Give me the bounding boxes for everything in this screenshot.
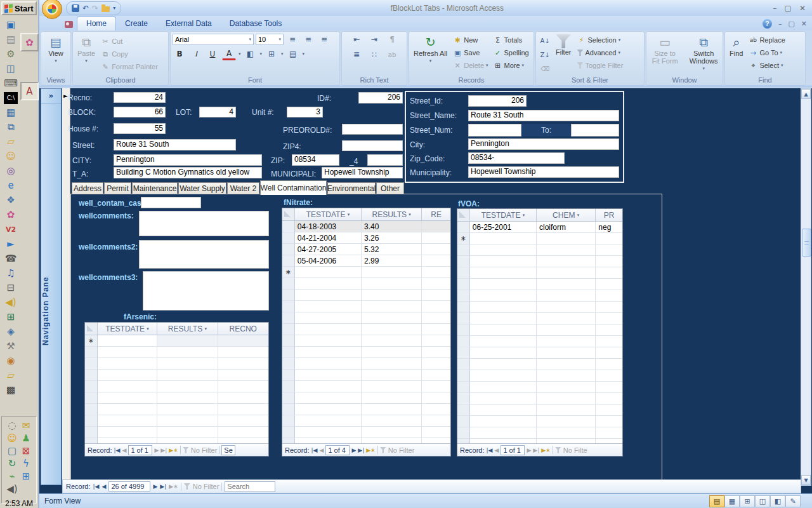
calculator-icon[interactable]: ▩ <box>4 384 18 396</box>
select-all-corner[interactable] <box>457 209 470 221</box>
minimize-button[interactable]: – <box>773 4 777 13</box>
speaker-icon[interactable]: ◀) <box>4 297 18 309</box>
phone-activity-tray-icon[interactable]: ϟ <box>19 458 33 470</box>
wellcomments-field[interactable] <box>139 211 269 236</box>
voa-col-chem[interactable]: CHEM ▾ <box>537 209 596 221</box>
toggle-filter-button[interactable]: Toggle Filter <box>575 60 625 71</box>
replace-button[interactable]: ab Replace <box>747 34 787 46</box>
recno-field[interactable]: 24 <box>114 92 166 103</box>
house-field[interactable]: 55 <box>114 123 166 134</box>
results-cell[interactable]: 5.32 <box>362 244 422 255</box>
save-record-button[interactable]: ▣ Save <box>451 47 490 58</box>
no-filter-label[interactable]: No Filte <box>563 446 587 454</box>
start-button[interactable]: Start <box>1 1 37 15</box>
new-record-button[interactable]: ✱ New <box>451 34 490 46</box>
align-center-button[interactable]: ≡ <box>301 33 315 46</box>
child-close-button[interactable]: ✕ <box>801 20 807 28</box>
command-prompt-icon[interactable]: C:\ <box>4 92 18 104</box>
city-field[interactable]: Pennington <box>114 154 262 166</box>
preorold-field[interactable] <box>342 124 403 135</box>
previous-record-button[interactable]: ◀ <box>122 447 127 453</box>
media-reel-icon[interactable]: ◎ <box>4 165 18 177</box>
arsenic-col-testdate[interactable]: TESTDATE ▾ <box>98 323 157 335</box>
numbered-list-button[interactable]: ≣ <box>350 48 363 61</box>
vertical-scrollbar[interactable]: ▲ ▼ <box>801 88 811 486</box>
block-field[interactable]: 66 <box>114 107 166 117</box>
form-tab-well-contamination[interactable]: Well Contamination <box>260 180 327 195</box>
format-painter-button[interactable]: ✎ Format Painter <box>99 61 160 72</box>
switch-windows-button[interactable]: ⧉ Switch Windows ▾ <box>686 33 721 74</box>
table-row[interactable]: 04-21-2004 3.26 <box>282 232 450 244</box>
arsenic-col-recno[interactable]: RECNO <box>218 323 268 335</box>
nitrate-col-testdate[interactable]: TESTDATE ▾ <box>295 208 362 220</box>
messenger-tray-icon[interactable]: ☺ <box>5 432 19 444</box>
no-filter-label[interactable]: No Filter <box>388 446 415 454</box>
results-cell[interactable]: 3.40 <box>362 221 422 232</box>
navigation-pane-label[interactable]: Navigation Pane <box>41 241 61 381</box>
table-row[interactable]: 04-18-2003 3.40 <box>282 221 450 232</box>
find-button[interactable]: ⌕ Find <box>727 33 745 58</box>
open-folder-icon[interactable] <box>102 6 110 12</box>
nitrate-col-results[interactable]: RESULTS ▾ <box>362 208 422 220</box>
next-record-button[interactable]: ▶ <box>527 447 531 453</box>
bullet-list-button[interactable]: ∷ <box>367 48 381 61</box>
select-button[interactable]: ⌖ Select ▾ <box>747 60 787 71</box>
first-record-button[interactable]: |◀ <box>114 447 121 453</box>
form-view-button[interactable]: ▤ <box>709 495 724 507</box>
workstation-icon[interactable]: ▦ <box>4 107 18 119</box>
form-window-icon[interactable] <box>65 21 73 28</box>
results-cell[interactable]: 3.26 <box>362 232 422 244</box>
previous-record-button[interactable]: ◀ <box>495 447 499 453</box>
present-cell[interactable]: neg <box>596 222 622 233</box>
next-record-button[interactable]: ▶ <box>154 447 159 453</box>
form-tab-water-supply[interactable]: Water Supply <box>178 182 226 194</box>
zip-code-field[interactable]: 08534- <box>468 152 565 164</box>
network-tray-icon[interactable]: ⊞ <box>19 471 33 483</box>
record-position[interactable]: 26 of 4999 <box>108 481 150 491</box>
column-dropdown-icon[interactable]: ▾ <box>348 212 350 217</box>
sort-descending-button[interactable]: Z↓ <box>538 48 552 61</box>
save-icon[interactable] <box>72 4 79 12</box>
view-button[interactable]: ▤ View ▾ <box>46 33 66 66</box>
copy-button[interactable]: ⧉ Copy <box>99 48 160 60</box>
folder-icon[interactable]: ▱ <box>4 136 18 148</box>
paint-app-icon[interactable]: ✿ <box>4 209 18 221</box>
datasheet-view-button[interactable]: ▦ <box>724 495 740 507</box>
voa-body[interactable]: 06-25-2001 cloiform neg ∗ <box>457 222 622 443</box>
restore-button[interactable]: ▢ <box>785 4 792 13</box>
column-dropdown-icon[interactable]: ▾ <box>577 213 580 218</box>
nitrate-col-recno[interactable]: RE <box>422 208 450 220</box>
cut-button[interactable]: ✂ Cut <box>99 36 160 47</box>
sort-ascending-button[interactable]: A↓ <box>538 34 552 47</box>
chevron-down-icon[interactable]: ▾ <box>239 51 241 57</box>
more-button[interactable]: ⊞ More ▾ <box>492 60 531 71</box>
nitrate-body[interactable]: 04-18-2003 3.40 04-21-2004 3.26 04-27-20… <box>282 221 450 443</box>
chevron-down-icon[interactable]: ▾ <box>281 51 284 57</box>
chem-cell[interactable]: cloiform <box>537 222 596 233</box>
taskbar-button-paint-app[interactable]: ✿ <box>20 33 39 51</box>
network-places-icon[interactable]: ⧉ <box>4 121 18 133</box>
gridlines-button[interactable]: ⊞ <box>265 48 278 60</box>
spreadsheet-icon[interactable]: ⊞ <box>4 311 18 323</box>
new-record-nav-button[interactable]: ▶∗ <box>169 447 178 453</box>
volume-tray-icon[interactable]: ◀) <box>5 483 19 495</box>
bold-button[interactable]: B <box>173 48 187 60</box>
new-record-nav-button[interactable]: ▶∗ <box>366 447 375 453</box>
child-restore-button[interactable]: ▢ <box>788 20 794 28</box>
table-row[interactable]: 06-25-2001 cloiform neg <box>457 222 622 233</box>
align-left-button[interactable]: ≡ <box>285 33 299 46</box>
close-button[interactable]: ✕ <box>799 4 806 13</box>
new-record-nav-button[interactable]: ▶∗ <box>169 483 178 490</box>
display-icon[interactable]: ▣ <box>4 19 18 31</box>
record-position[interactable]: 1 of 1 <box>501 445 525 455</box>
new-record-row[interactable]: ∗ <box>457 233 622 244</box>
record-position[interactable]: 1 of 4 <box>325 445 350 455</box>
totals-button[interactable]: Σ Totals <box>492 34 531 46</box>
power-plug-tray-icon[interactable]: ⌁ <box>5 471 19 483</box>
help-icon[interactable]: ? <box>763 19 772 29</box>
column-dropdown-icon[interactable]: ▾ <box>205 326 207 331</box>
clear-sort-button[interactable]: ⌫ <box>538 62 552 75</box>
taskbar-button-access[interactable]: A <box>20 82 39 100</box>
hardware-tools-icon[interactable]: ⚒ <box>4 340 18 352</box>
undo-icon[interactable]: ↶ <box>82 4 89 12</box>
